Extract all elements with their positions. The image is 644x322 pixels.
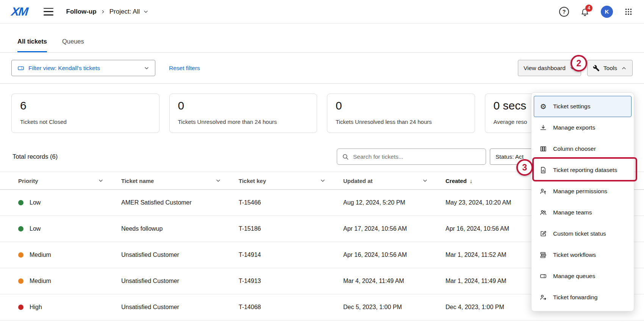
stat-label: Tickets not Closed bbox=[20, 119, 151, 127]
updated-at-cell: Aug 12, 2024, 5:20 PM bbox=[343, 199, 445, 206]
updated-at-cell: Apr 17, 2024, 10:56 AM bbox=[343, 225, 445, 232]
stat-label: Tickets Unresolved less than 24 hours bbox=[336, 119, 466, 127]
chevron-down-icon bbox=[98, 178, 104, 184]
menu-item-ticket-settings[interactable]: ⚙ Ticket settings bbox=[534, 96, 631, 117]
top-bar: XM Follow-up Project: All ? 4 bbox=[0, 0, 644, 23]
chevron-up-icon bbox=[621, 65, 627, 71]
stat-value: 0 bbox=[336, 99, 466, 112]
column-header-ticket-name[interactable]: Ticket name bbox=[121, 178, 239, 184]
stat-label: Tickets Unresolved more than 24 hours bbox=[178, 119, 309, 127]
breadcrumb-section[interactable]: Follow-up bbox=[66, 8, 97, 16]
edit-icon bbox=[539, 230, 548, 238]
priority-dot bbox=[18, 226, 23, 231]
person-forward-icon bbox=[539, 294, 548, 301]
menu-item-ticket-forwarding[interactable]: Ticket forwarding bbox=[534, 287, 631, 308]
status-filter-label: Status: Act bbox=[496, 153, 524, 160]
report-dataset-icon bbox=[539, 166, 548, 174]
breadcrumb: Follow-up Project: All bbox=[66, 8, 149, 16]
updated-at-cell: Apr 16, 2024, 10:56 AM bbox=[343, 252, 445, 258]
wrench-icon bbox=[593, 65, 600, 72]
gear-icon: ⚙ bbox=[539, 103, 548, 110]
ticket-key-cell: T-15466 bbox=[239, 199, 343, 206]
search-icon bbox=[342, 153, 349, 161]
notifications-bell-icon[interactable]: 4 bbox=[580, 7, 589, 16]
menu-item-column-chooser[interactable]: Column chooser bbox=[534, 138, 631, 159]
hamburger-menu-icon[interactable] bbox=[44, 8, 53, 16]
tab-queues[interactable]: Queues bbox=[62, 38, 84, 52]
notification-badge: 4 bbox=[585, 5, 592, 12]
avatar[interactable]: K bbox=[601, 6, 613, 18]
stat-card-unresolved-less-24h: 0 Tickets Unresolved less than 24 hours bbox=[327, 94, 475, 133]
apps-grid-icon[interactable] bbox=[624, 8, 633, 16]
reset-filters-link[interactable]: Reset filters bbox=[169, 65, 200, 72]
priority-label: Low bbox=[30, 225, 41, 232]
ticket-name-cell: Unsatisfied Customer bbox=[121, 278, 239, 284]
filter-bar: Filter view: Kendall's tickets Reset fil… bbox=[0, 53, 644, 84]
tab-all-tickets[interactable]: All tickets bbox=[17, 38, 47, 52]
priority-dot bbox=[18, 200, 23, 205]
menu-item-ticket-reporting-datasets[interactable]: Ticket reporting datasets bbox=[534, 159, 631, 181]
people-icon bbox=[539, 209, 548, 216]
priority-cell: Medium bbox=[18, 252, 121, 258]
menu-item-ticket-workflows[interactable]: Ticket workflows bbox=[534, 244, 631, 266]
filter-view-label: Filter view: Kendall's tickets bbox=[28, 65, 140, 72]
updated-at-cell: Mar 4, 2024, 11:49 AM bbox=[343, 278, 445, 284]
project-scope-label: Project: All bbox=[109, 8, 140, 16]
ticket-key-cell: T-15186 bbox=[239, 225, 343, 232]
download-icon bbox=[539, 124, 548, 131]
view-dashboard-label: View dashboard bbox=[524, 65, 566, 72]
updated-at-cell: Dec 5, 2023, 1:00 PM bbox=[343, 304, 445, 311]
stat-card-unresolved-more-24h: 0 Tickets Unresolved more than 24 hours bbox=[169, 94, 317, 133]
priority-label: High bbox=[30, 304, 42, 311]
priority-dot bbox=[18, 278, 23, 284]
column-header-updated-at[interactable]: Updated at bbox=[343, 178, 445, 184]
annotation-step-3: 3 bbox=[516, 159, 533, 176]
total-records-label: Total records (6) bbox=[13, 153, 58, 160]
ticket-key-cell: T-14913 bbox=[239, 278, 343, 284]
filter-view-dropdown[interactable]: Filter view: Kendall's tickets bbox=[11, 60, 155, 76]
ticket-name-cell: Unsatisfied Customer bbox=[121, 304, 239, 311]
column-header-ticket-key[interactable]: Ticket key bbox=[239, 178, 343, 184]
chevron-down-icon bbox=[320, 178, 326, 184]
stat-card-not-closed: 6 Tickets not Closed bbox=[11, 94, 159, 133]
chevron-down-icon bbox=[144, 65, 150, 71]
menu-item-manage-exports[interactable]: Manage exports bbox=[534, 117, 631, 138]
stat-value: 0 bbox=[178, 99, 309, 112]
annotation-step-2: 2 bbox=[571, 55, 587, 72]
help-icon[interactable]: ? bbox=[559, 7, 569, 17]
menu-item-manage-teams[interactable]: Manage teams bbox=[534, 202, 631, 223]
chevron-right-icon bbox=[100, 9, 106, 14]
project-scope-dropdown[interactable]: Project: All bbox=[109, 8, 149, 16]
chevron-down-icon bbox=[143, 9, 149, 15]
sort-descending-icon: ↓ bbox=[470, 178, 473, 184]
priority-dot bbox=[18, 305, 23, 310]
tools-dropdown-menu: ⚙ Ticket settings Manage exports Column … bbox=[531, 92, 634, 311]
page: XM Follow-up Project: All ? 4 bbox=[0, 0, 644, 322]
stat-value: 6 bbox=[20, 99, 151, 112]
menu-item-manage-permissions[interactable]: Manage permissions bbox=[534, 181, 631, 202]
menu-item-custom-ticket-status[interactable]: Custom ticket status bbox=[534, 223, 631, 244]
priority-cell: Low bbox=[18, 199, 121, 206]
column-header-priority[interactable]: Priority bbox=[18, 178, 121, 184]
columns-icon bbox=[539, 145, 548, 153]
ticket-name-cell: Needs followup bbox=[121, 225, 239, 232]
priority-label: Medium bbox=[30, 252, 51, 258]
ticket-key-cell: T-14914 bbox=[239, 252, 343, 258]
chevron-down-icon bbox=[215, 178, 221, 184]
ticket-icon bbox=[539, 272, 548, 280]
xm-logo: XM bbox=[11, 5, 28, 19]
ticket-key-cell: T-14068 bbox=[239, 304, 343, 311]
search-input[interactable] bbox=[353, 153, 481, 160]
tools-button[interactable]: Tools bbox=[587, 60, 633, 76]
priority-label: Low bbox=[30, 199, 41, 206]
workflow-icon bbox=[539, 251, 548, 259]
priority-dot bbox=[18, 252, 23, 258]
ticket-icon bbox=[17, 64, 25, 72]
person-key-icon bbox=[539, 188, 548, 195]
priority-label: Medium bbox=[30, 278, 51, 284]
menu-item-manage-queues[interactable]: Manage queues bbox=[534, 266, 631, 287]
priority-cell: High bbox=[18, 304, 121, 311]
priority-cell: Medium bbox=[18, 278, 121, 284]
ticket-name-cell: Unsatisfied Customer bbox=[121, 252, 239, 258]
ticket-search bbox=[337, 148, 486, 165]
